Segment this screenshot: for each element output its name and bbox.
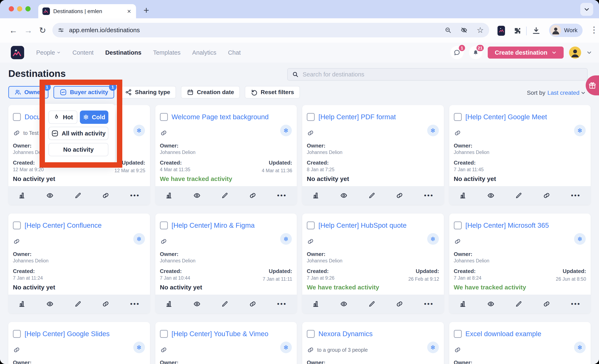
copy-link-button[interactable] [396, 192, 403, 199]
preview-button[interactable] [487, 300, 495, 308]
card-title-link[interactable]: [Help Center] Google Meet [466, 113, 547, 121]
copy-link-button[interactable] [249, 192, 256, 199]
zoom-window-button[interactable] [25, 6, 31, 11]
nav-item-templates[interactable]: Templates [153, 49, 181, 56]
dropdown-option-hot[interactable]: Hot [48, 110, 77, 124]
search-box[interactable] [287, 68, 588, 81]
forward-button[interactable]: → [24, 26, 32, 34]
card-checkbox[interactable] [13, 330, 21, 338]
filter-buyer-activity-button[interactable]: Buyer activity 1 [53, 86, 114, 99]
card-title-link[interactable]: Welcome Page text background [172, 113, 269, 121]
card-title-link[interactable]: [Help Center] HubSpot quote [318, 221, 407, 229]
url-bar[interactable]: app.emlen.io/destinations ☆ [53, 23, 489, 37]
analytics-button[interactable] [459, 192, 466, 199]
more-options-button[interactable]: ••• [424, 192, 434, 199]
more-options-button[interactable]: ••• [424, 300, 434, 307]
preview-button[interactable] [193, 300, 201, 308]
copy-link-button[interactable] [102, 192, 109, 199]
downloads-icon[interactable] [532, 26, 541, 35]
card-title-link[interactable]: Nexora Dynamics [318, 330, 372, 338]
preview-button[interactable] [193, 192, 201, 199]
card-checkbox[interactable] [160, 221, 168, 229]
analytics-button[interactable] [165, 192, 172, 199]
card-title-link[interactable]: Docu [25, 113, 41, 121]
more-options-button[interactable]: ••• [571, 300, 581, 307]
analytics-button[interactable] [312, 192, 319, 199]
card-title-link[interactable]: [Help Center] Microsoft 365 [466, 221, 549, 229]
dropdown-option-no-activity[interactable]: No activity [48, 143, 108, 156]
search-input[interactable] [302, 71, 582, 78]
browser-tab[interactable]: Destinations | emlen × [38, 4, 136, 18]
dropdown-option-cold-selected[interactable]: ❄ Cold [80, 110, 108, 124]
tab-list-button[interactable] [580, 3, 593, 16]
close-window-button[interactable] [9, 6, 14, 11]
filter-owner-button[interactable]: Owner 1 [8, 86, 48, 99]
nav-item-destinations[interactable]: Destinations [105, 49, 141, 56]
browser-profile-chip[interactable]: Work [549, 24, 582, 37]
analytics-button[interactable] [165, 300, 172, 307]
profile-chevron-icon[interactable] [587, 50, 592, 55]
copy-link-button[interactable] [396, 300, 403, 307]
edit-button[interactable] [75, 192, 81, 199]
extensions-puzzle-icon[interactable] [513, 27, 522, 35]
browser-menu-icon[interactable]: ⋮ [590, 25, 598, 34]
card-checkbox[interactable] [307, 221, 315, 229]
gift-promo-tab[interactable] [586, 76, 599, 95]
tab-close-icon[interactable]: × [126, 8, 132, 15]
nav-item-people[interactable]: People [36, 49, 61, 56]
copy-link-button[interactable] [102, 300, 109, 307]
more-options-button[interactable]: ••• [277, 300, 287, 307]
emlen-extension-icon[interactable] [497, 26, 505, 36]
card-title-link[interactable]: Excel download example [466, 330, 541, 338]
card-checkbox[interactable] [454, 113, 462, 121]
filter-creation-date-button[interactable]: Creation date [181, 86, 240, 99]
copy-link-button[interactable] [249, 300, 256, 307]
analytics-button[interactable] [18, 300, 25, 307]
password-eye-off-icon[interactable] [460, 27, 467, 34]
card-checkbox[interactable] [307, 113, 315, 121]
card-title-link[interactable]: [Help Center] PDF format [318, 113, 396, 121]
zoom-out-icon[interactable] [445, 27, 451, 34]
analytics-button[interactable] [18, 192, 25, 199]
user-avatar[interactable] [569, 47, 581, 59]
reload-button[interactable]: ↻ [39, 26, 46, 34]
edit-button[interactable] [369, 301, 375, 307]
sort-value[interactable]: Last created [547, 90, 586, 96]
analytics-button[interactable] [459, 300, 466, 307]
back-button[interactable]: ← [9, 26, 18, 34]
dropdown-option-all-with-activity[interactable]: All with activity [48, 127, 108, 140]
card-checkbox[interactable] [160, 113, 168, 121]
card-checkbox[interactable] [13, 113, 21, 121]
reset-filters-button[interactable]: Reset filters [245, 86, 300, 99]
edit-button[interactable] [369, 192, 375, 199]
card-title-link[interactable]: [Help Center] YouTube & Vimeo [172, 330, 269, 338]
messages-button[interactable]: 1 [450, 46, 464, 59]
notifications-button[interactable]: 21 [469, 46, 482, 59]
edit-button[interactable] [221, 301, 228, 307]
sort-control[interactable]: Sort by Last created [527, 90, 586, 96]
card-title-link[interactable]: [Help Center] Confluence [25, 221, 102, 229]
card-checkbox[interactable] [454, 330, 462, 338]
preview-button[interactable] [46, 192, 54, 199]
preview-button[interactable] [46, 300, 54, 308]
copy-link-button[interactable] [543, 192, 550, 199]
card-checkbox[interactable] [160, 330, 168, 338]
edit-button[interactable] [515, 192, 522, 199]
edit-button[interactable] [75, 301, 81, 307]
card-checkbox[interactable] [454, 221, 462, 229]
url-text[interactable]: app.emlen.io/destinations [69, 27, 436, 34]
new-tab-button[interactable]: + [143, 5, 149, 16]
preview-button[interactable] [340, 300, 348, 308]
more-options-button[interactable]: ••• [277, 192, 287, 199]
edit-button[interactable] [221, 192, 228, 199]
edit-button[interactable] [515, 301, 522, 307]
create-destination-button[interactable]: Create destination [488, 47, 564, 59]
nav-item-chat[interactable]: Chat [228, 49, 241, 56]
bookmark-star-icon[interactable]: ☆ [477, 27, 484, 34]
filter-sharing-type-button[interactable]: Sharing type [119, 86, 176, 99]
more-options-button[interactable]: ••• [130, 300, 140, 307]
preview-button[interactable] [487, 192, 495, 199]
analytics-button[interactable] [312, 300, 319, 307]
minimize-window-button[interactable] [17, 6, 22, 11]
card-title-link[interactable]: [Help Center] Google Slides [25, 330, 110, 338]
